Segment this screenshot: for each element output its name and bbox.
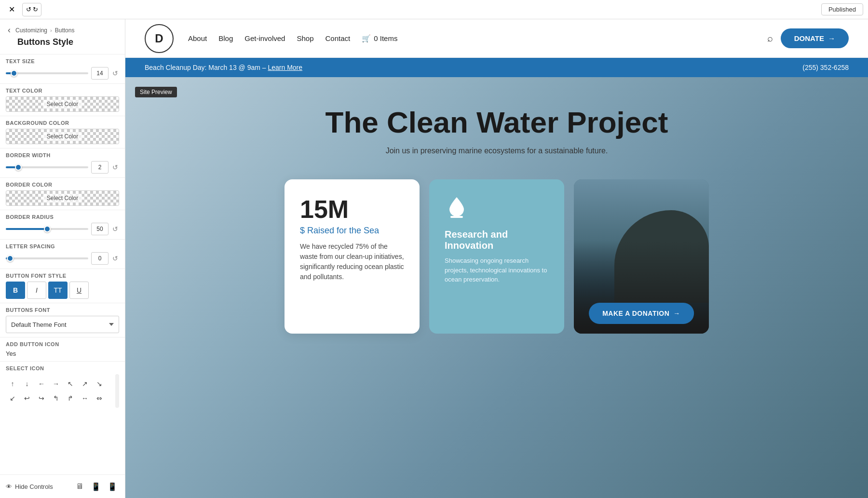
nav-blog[interactable]: Blog [218,34,233,42]
svg-rect-0 [450,216,463,218]
water-drop-icon [445,195,549,223]
bold-button[interactable]: B [6,282,25,299]
buttons-font-label: BUTTONS FONT [6,307,119,313]
top-bar: ✕ ↺ ↻ Published [0,0,868,19]
uppercase-button[interactable]: TT [48,282,68,299]
donate-arrow: → [828,34,835,42]
border-width-reset[interactable]: ↺ [111,163,119,171]
border-color-swatch[interactable]: Select Color [6,190,119,206]
mobile-view-button[interactable]: 📱 [106,480,119,493]
font-style-row: B I TT U [6,282,119,299]
hide-controls-icon: 👁 [6,483,12,490]
cart-items: 0 Items [374,34,397,42]
icon-dbl-h-arrows[interactable]: ⇔ [93,391,106,405]
hero-section: Site Preview The Clean Water Project Joi… [125,77,868,498]
hero-title: The Clean Water Project [326,106,668,139]
icon-hook-left[interactable]: ↩ [20,391,34,405]
border-radius-section: BORDER RADIUS 50 ↺ [0,210,125,239]
icon-diag[interactable]: ↗ [20,406,34,408]
background-color-label: BACKGROUND COLOR [6,120,119,126]
history-arrows-button[interactable]: ↺ ↻ [22,3,41,16]
text-size-slider[interactable] [6,72,88,74]
card-number: 15M [300,195,404,224]
scroll-indicator [115,374,119,408]
letter-spacing-section: LETTER SPACING 0 ↺ [0,239,125,269]
buttons-font-section: BUTTONS FONT Default Theme Font [0,303,125,337]
site-nav: D About Blog Get-involved Shop Contact 🛒… [125,19,868,58]
card-research-title: Research and Innovation [445,229,549,251]
icon-hook-right[interactable]: ↪ [35,391,48,405]
icon-turn-right[interactable]: ↱ [64,391,77,405]
text-size-section: TEXT SIZE 14 ↺ [0,54,125,83]
icon-downleft[interactable]: ↘ [6,391,19,405]
icon-down[interactable]: ↓ [20,377,34,390]
undo-icon: ↺ [26,6,31,13]
announcement-content: Beach Cleanup Day: March 13 @ 9am – [145,64,266,71]
letter-spacing-slider-row: 0 ↺ [6,252,119,265]
learn-more-link[interactable]: Learn More [268,64,302,71]
nav-get-involved[interactable]: Get-involved [244,34,285,42]
add-button-icon-label: ADD BUTTON ICON [6,341,119,347]
letter-spacing-slider[interactable] [6,257,88,259]
make-donation-label: MAKE A DONATION [602,310,669,317]
select-icon-section: SELECT ICON ↑ ↓ ← → ↖ ↗ ↘ ↘ ↩ ↪ ↰ ↱ ↔ ⇔ [0,361,125,412]
icon-downright[interactable]: ↘ [93,377,106,390]
text-color-swatch[interactable]: Select Color [6,96,119,112]
donate-button[interactable]: DONATE → [781,28,849,48]
tablet-view-button[interactable]: 📱 [89,480,103,493]
content-area: D About Blog Get-involved Shop Contact 🛒… [125,19,868,498]
border-radius-value[interactable]: 50 [91,223,108,235]
icon-v-arrows[interactable]: ↕ [6,406,19,408]
hide-controls-button[interactable]: 👁 Hide Controls [6,483,53,490]
background-color-swatch[interactable]: Select Color [6,129,119,144]
cards-row: 15M $ Raised for the Sea We have recycle… [125,170,868,343]
border-color-swatch-label: Select Color [43,194,82,202]
icon-up[interactable]: ↑ [6,377,19,390]
icon-h-arrows[interactable]: ↔ [78,391,92,405]
italic-button[interactable]: I [27,282,46,299]
close-button[interactable]: ✕ [5,3,18,16]
icon-turn-left[interactable]: ↰ [49,391,63,405]
published-button[interactable]: Published [821,3,863,15]
border-radius-reset[interactable]: ↺ [111,225,119,233]
add-button-icon-row: Yes [6,350,119,357]
border-width-section: BORDER WIDTH 2 ↺ [0,148,125,177]
cart-icon: 🛒 [362,34,371,43]
border-width-value[interactable]: 2 [91,161,108,174]
nav-shop[interactable]: Shop [297,34,313,42]
border-width-slider[interactable] [6,166,88,168]
text-size-value[interactable]: 14 [91,67,108,80]
redo-icon: ↻ [33,6,38,13]
border-color-section: BORDER COLOR Select Color [0,177,125,210]
nav-contact[interactable]: Contact [326,34,351,42]
background-color-swatch-label: Select Color [43,132,82,141]
buttons-font-select[interactable]: Default Theme Font [6,316,119,333]
nav-cart[interactable]: 🛒 0 Items [362,34,397,43]
icon-left[interactable]: ← [35,377,48,390]
card-image: MAKE A DONATION → [574,179,709,334]
logo-letter: D [155,32,163,45]
desktop-view-button[interactable]: 🖥 [73,480,86,493]
text-color-section: TEXT COLOR Select Color [0,83,125,116]
border-radius-slider[interactable] [6,228,88,230]
icon-upleft[interactable]: ↖ [64,377,77,390]
close-icon: ✕ [9,5,15,14]
search-icon[interactable]: ⌕ [767,33,773,44]
letter-spacing-value[interactable]: 0 [91,252,108,265]
panel-bottom: 👁 Hide Controls 🖥 📱 📱 [0,474,125,498]
back-button[interactable]: ‹ [6,25,13,35]
border-radius-slider-row: 50 ↺ [6,223,119,235]
announcement-phone: (255) 352-6258 [802,64,849,71]
icon-right[interactable]: → [49,377,63,390]
letter-spacing-reset[interactable]: ↺ [111,255,119,262]
select-icon-label: SELECT ICON [6,365,119,371]
view-icons: 🖥 📱 📱 [73,480,119,493]
text-size-reset[interactable]: ↺ [111,69,119,77]
underline-button[interactable]: U [69,282,89,299]
card-research-text: Showcasing ongoing research projects, te… [445,256,549,284]
nav-about[interactable]: About [188,34,207,42]
text-color-swatch-label: Select Color [43,100,82,108]
hide-controls-label: Hide Controls [15,483,53,490]
icon-upright[interactable]: ↗ [78,377,92,390]
make-donation-button[interactable]: MAKE A DONATION → [589,303,694,324]
